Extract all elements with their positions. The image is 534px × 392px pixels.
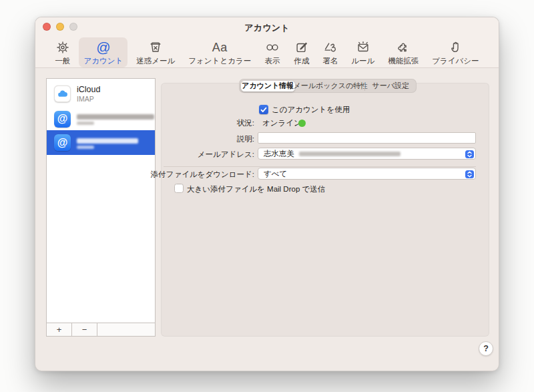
mail-accounts-preferences-window: アカウント 一般 @ アカウント: [35, 17, 499, 371]
status-value: オンライン: [262, 118, 302, 128]
description-label: 説明:: [154, 134, 254, 144]
account-toolbar-spacer: [97, 323, 155, 336]
icloud-cloud-icon: [54, 85, 71, 102]
toolbar-item-label: 署名: [322, 56, 338, 66]
toolbar-item-label: プライバシー: [432, 56, 479, 66]
tab-mailbox-behaviors[interactable]: メールボックスの特性: [296, 79, 365, 92]
download-attachments-popup[interactable]: すべて: [258, 168, 476, 180]
toolbar-item-rules[interactable]: ルール: [346, 37, 379, 67]
toolbar-item-fonts-colors[interactable]: Aa フォントとカラー: [184, 37, 256, 67]
account-row-icloud[interactable]: iCloud IMAP: [47, 79, 155, 108]
add-account-button[interactable]: +: [47, 323, 72, 336]
toolbar-item-label: アカウント: [83, 56, 123, 66]
toolbar-item-label: 機能拡張: [388, 56, 419, 66]
titlebar: アカウント 一般 @ アカウント: [35, 17, 499, 67]
envelope-rules-icon: [356, 39, 370, 55]
download-attachments-label: 添付ファイルをダウンロード:: [136, 170, 254, 179]
toolbar-item-label: 作成: [294, 56, 309, 66]
description-field[interactable]: [258, 132, 476, 144]
toolbar-item-viewing[interactable]: 表示: [260, 37, 285, 67]
toolbar-item-accounts[interactable]: @ アカウント: [79, 37, 127, 67]
toolbar-item-junk-mail[interactable]: 迷惑メール: [131, 37, 180, 67]
download-attachments-value: すべて: [264, 169, 287, 179]
toolbar-item-label: 迷惑メール: [136, 56, 175, 66]
account-list: iCloud IMAP @ @ + −: [46, 78, 156, 337]
account-row-redacted-selected[interactable]: @: [47, 130, 155, 155]
maildrop-label: 大きい添付ファイルを Mail Drop で送信: [187, 184, 325, 194]
redacted-account-subtitle: [77, 122, 94, 125]
toolbar-item-extensions[interactable]: 機能拡張: [383, 37, 423, 67]
help-button[interactable]: ?: [479, 341, 493, 356]
online-status-dot: [298, 120, 306, 127]
window-title: アカウント: [35, 22, 499, 34]
toolbar-item-label: 表示: [265, 56, 280, 66]
gear-icon: [55, 39, 70, 55]
at-icon: @: [96, 39, 110, 55]
popup-stepper-icon: [465, 150, 474, 158]
tab-label: メールボックスの特性: [294, 81, 368, 91]
redacted-account-subtitle: [77, 146, 94, 149]
signature-icon: [323, 39, 338, 55]
account-tabs: アカウント情報 メールボックスの特性 サーバ設定: [239, 79, 417, 93]
email-address-label: メールアドレス:: [154, 150, 254, 159]
account-subtitle: IMAP: [77, 95, 100, 103]
toolbar-item-label: ルール: [351, 56, 374, 66]
form-separator: [164, 166, 476, 167]
account-row-redacted[interactable]: @: [47, 108, 155, 130]
toolbar-separator: [35, 67, 499, 68]
account-list-toolbar: + −: [47, 323, 155, 336]
toolbar-item-label: フォントとカラー: [188, 56, 251, 66]
toolbar-item-label: 一般: [55, 56, 70, 66]
hand-icon: [448, 39, 463, 55]
email-address-popup[interactable]: 志水恵美: [258, 148, 476, 160]
tab-account-information[interactable]: アカウント情報: [241, 81, 295, 91]
compose-icon: [294, 39, 309, 55]
toolbar-item-signatures[interactable]: 署名: [318, 37, 342, 67]
junk-basket-icon: [148, 39, 163, 55]
tab-server-settings[interactable]: サーバ設定: [365, 79, 416, 92]
redacted-account-name: [77, 138, 138, 144]
redacted-email-address: [299, 152, 400, 156]
fonts-aa-icon: Aa: [212, 39, 228, 55]
toolbar-item-general[interactable]: 一般: [50, 37, 75, 67]
puzzle-icon: [396, 39, 411, 55]
email-owner-name: 志水恵美: [264, 149, 294, 159]
account-title: iCloud: [77, 85, 100, 95]
use-account-checkbox[interactable]: [259, 105, 268, 114]
at-badge-icon: @: [54, 134, 71, 151]
toolbar-item-composing[interactable]: 作成: [289, 37, 314, 67]
remove-account-button[interactable]: −: [72, 323, 97, 336]
maildrop-checkbox[interactable]: [174, 184, 184, 193]
use-account-label: このアカウントを使用: [272, 105, 350, 115]
at-badge-icon: @: [54, 111, 71, 128]
popup-stepper-icon: [465, 170, 474, 178]
preferences-toolbar: 一般 @ アカウント 迷惑メール Aa フォントとカラー: [35, 37, 499, 67]
toolbar-item-privacy[interactable]: プライバシー: [427, 37, 483, 67]
glasses-icon: [264, 39, 280, 55]
status-label: 状況:: [154, 118, 254, 128]
redacted-account-name: [77, 114, 154, 120]
